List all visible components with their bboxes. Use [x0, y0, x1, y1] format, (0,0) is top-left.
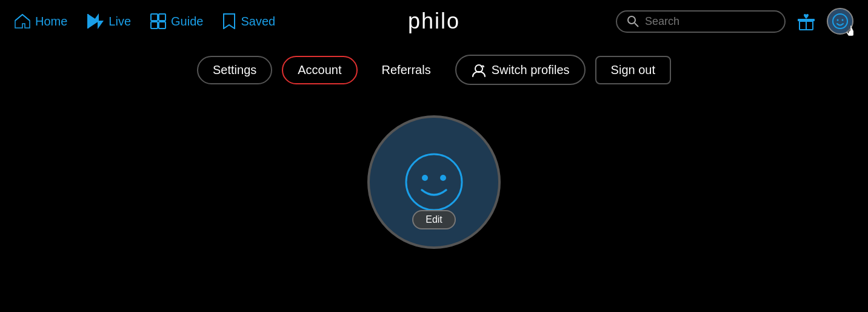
svg-rect-4	[159, 14, 165, 21]
gift-button[interactable]	[795, 10, 817, 32]
svg-point-16	[406, 154, 462, 210]
settings-button[interactable]: Settings	[197, 56, 272, 84]
nav-saved[interactable]: Saved	[222, 13, 275, 29]
saved-label: Saved	[241, 15, 275, 29]
nav-live[interactable]: Live	[87, 13, 131, 29]
home-icon	[15, 14, 30, 29]
svg-line-8	[635, 23, 638, 27]
lightning-icon	[93, 13, 104, 29]
live-label: Live	[109, 15, 131, 29]
svg-rect-5	[151, 22, 158, 29]
search-icon	[627, 15, 639, 27]
svg-marker-2	[93, 13, 104, 29]
svg-point-18	[440, 175, 446, 181]
profile-face-icon	[832, 13, 849, 30]
secondary-nav: Settings Account Referrals Switch profil…	[0, 42, 868, 97]
top-nav: Home Live Guide	[0, 0, 868, 42]
search-input[interactable]	[645, 15, 775, 28]
search-bar[interactable]	[616, 10, 786, 33]
switch-profiles-icon	[471, 62, 487, 78]
profile-avatar-large[interactable]: Edit	[367, 115, 501, 249]
svg-point-7	[628, 16, 635, 24]
guide-icon	[150, 13, 166, 29]
saved-icon	[222, 13, 236, 29]
nav-guide[interactable]: Guide	[150, 13, 203, 29]
nav-home[interactable]: Home	[15, 14, 67, 29]
switch-profiles-button[interactable]: Switch profiles	[455, 55, 586, 85]
logo: philo	[408, 8, 460, 33]
logo-container: philo	[408, 8, 460, 34]
sign-out-button[interactable]: Sign out	[595, 56, 671, 84]
svg-rect-3	[151, 14, 158, 21]
switch-profiles-label: Switch profiles	[492, 63, 570, 77]
profile-face-large-icon	[401, 149, 467, 215]
guide-label: Guide	[171, 15, 203, 29]
home-label: Home	[35, 15, 67, 29]
nav-right	[616, 8, 853, 35]
svg-rect-6	[159, 22, 165, 29]
profile-avatar-button[interactable]	[827, 8, 853, 35]
nav-left: Home Live Guide	[15, 13, 275, 29]
svg-point-17	[422, 175, 428, 181]
referrals-button[interactable]: Referrals	[367, 57, 446, 83]
profile-section: Edit	[0, 115, 868, 249]
svg-point-14	[842, 19, 844, 21]
edit-button[interactable]: Edit	[412, 210, 456, 229]
account-button[interactable]: Account	[282, 56, 357, 84]
svg-point-13	[837, 19, 839, 21]
svg-point-12	[833, 14, 847, 29]
